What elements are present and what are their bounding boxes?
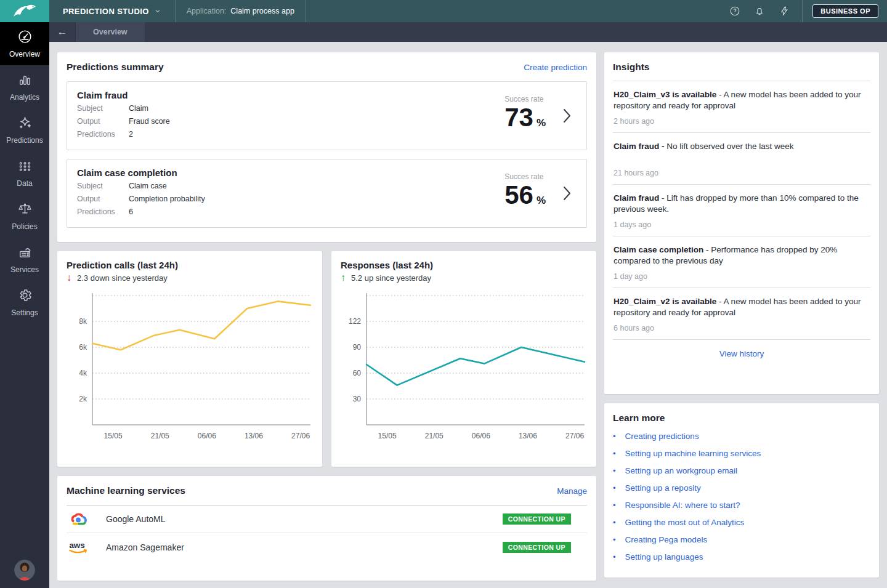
ml-service-row[interactable]: Google AutoMLCONNECTION UP [67, 505, 587, 533]
x-tick-label: 27/06 [291, 432, 310, 440]
sidebar-item-label: Overview [9, 50, 40, 58]
learn-more-link[interactable]: Getting the most out of Analytics [625, 518, 745, 527]
y-tick-label: 30 [353, 395, 362, 403]
sidebar-item-label: Analytics [10, 93, 39, 102]
back-button[interactable]: ← [49, 22, 75, 42]
sidebar-item-label: Settings [11, 308, 38, 317]
y-tick-label: 122 [349, 317, 361, 326]
tab-overview[interactable]: Overview [75, 22, 145, 42]
bullet-icon: • [613, 432, 616, 441]
bullet-icon: • [613, 466, 616, 475]
sidebar-item-data[interactable]: Data [0, 151, 49, 195]
x-tick-label: 06/06 [198, 432, 216, 440]
data-line [367, 347, 585, 385]
sidebar-item-policies[interactable]: Policies [0, 195, 49, 238]
insight-timestamp: 1 day ago [614, 272, 870, 281]
aws-logo: aws [68, 538, 92, 557]
detail-value: 6 [129, 206, 205, 219]
detail-label: Predictions [77, 206, 129, 219]
success-rate-label: Succes rate [504, 172, 546, 181]
ml-services-title: Machine learning services [67, 485, 185, 496]
insight-text: Claim fraud - No lift observed over the … [614, 141, 870, 164]
insight-title: Claim fraud - [614, 142, 665, 151]
y-tick-label: 8k [79, 317, 87, 326]
bullet-icon: • [613, 518, 616, 527]
insight-item: Claim fraud - No lift observed over the … [613, 133, 870, 185]
tab-bar: ← Overview [49, 22, 887, 42]
y-tick-label: 4k [79, 369, 87, 377]
learn-more-link[interactable]: Creating Pega models [625, 535, 708, 544]
chevron-right-icon[interactable] [562, 185, 572, 201]
learn-more-link[interactable]: Creating predictions [625, 432, 699, 441]
create-prediction-link[interactable]: Create prediction [524, 63, 587, 72]
help-icon[interactable] [729, 6, 740, 17]
bullet-icon: • [613, 501, 616, 510]
prediction-item[interactable]: Claim fraudSubjectClaimOutputFraud score… [67, 81, 587, 150]
chart-title: Prediction calls (last 24h) [67, 260, 313, 270]
lightning-icon[interactable] [779, 6, 790, 17]
y-tick-label: 60 [353, 369, 362, 377]
success-rate: Succes rate73% [504, 95, 546, 137]
svg-text:aws: aws [69, 540, 84, 549]
success-rate-value: 56 [504, 180, 533, 209]
chart-delta-text: 5.2 up since yesterday [351, 273, 431, 283]
insight-title: H20_Claim_v3 is available [614, 90, 716, 99]
sparkle-icon [17, 115, 33, 132]
learn-more-card: Learn more •Creating predictions•Setting… [604, 403, 879, 578]
sidebar-item-settings[interactable]: Settings [0, 281, 49, 324]
learn-more-link[interactable]: Responsible AI: where to start? [625, 501, 740, 510]
ml-service-name: Amazon Sagemaker [106, 542, 184, 552]
x-tick-label: 21/05 [425, 432, 444, 440]
learn-more-link[interactable]: Setting up machine learning services [625, 449, 761, 458]
learn-more-link[interactable]: Setting up languages [625, 552, 703, 562]
bell-icon[interactable] [754, 6, 765, 17]
x-tick-label: 06/06 [472, 432, 490, 440]
insight-item: H20_Claim_v2 is available - A new model … [613, 288, 870, 340]
prediction-calls-chart-card: Prediction calls (last 24h) ↓ 2.3 down s… [57, 251, 322, 467]
detail-label: Output [77, 193, 129, 206]
predictions-summary-title: Predictions summary [67, 62, 164, 73]
learn-more-item: •Setting up a reposity [613, 483, 870, 493]
insight-text: H20_Claim_v3 is available - A new model … [614, 89, 870, 112]
sidebar-item-overview[interactable]: Overview [0, 22, 49, 65]
success-rate-unit: % [537, 117, 546, 129]
sidebar-item-analytics[interactable]: Analytics [0, 65, 49, 108]
ml-services-card: Machine learning services Manage Google … [57, 476, 596, 581]
prediction-detail-rows: SubjectClaim caseOutputCompletion probab… [77, 180, 205, 219]
top-bar: PREDICTION STUDIO Application: Claim pro… [0, 0, 887, 22]
x-tick-label: 13/06 [245, 432, 263, 440]
learn-more-item: •Responsible AI: where to start? [613, 501, 870, 510]
manage-link[interactable]: Manage [557, 486, 587, 496]
prediction-item[interactable]: Claim case completionSubjectClaim caseOu… [67, 159, 587, 228]
learn-more-item: •Creating predictions [613, 432, 870, 441]
x-tick-label: 13/06 [519, 432, 537, 440]
data-line [92, 301, 310, 350]
learn-more-link[interactable]: Setting up an workgroup email [625, 466, 737, 475]
ml-service-row[interactable]: awsAmazon SagemakerCONNECTION UP [67, 533, 587, 561]
application-value: Claim process app [230, 7, 294, 15]
ml-service-name: Google AutoML [106, 514, 166, 524]
sidebar-item-label: Data [17, 179, 32, 188]
sidebar-item-predictions[interactable]: Predictions [0, 108, 49, 151]
learn-more-item: •Getting the most out of Analytics [613, 518, 870, 527]
view-history-link[interactable]: View history [719, 349, 764, 358]
insight-timestamp: 6 hours ago [614, 324, 870, 332]
learn-more-link[interactable]: Setting up a reposity [625, 483, 701, 493]
google-cloud-logo [68, 510, 92, 528]
gauge-icon [17, 29, 33, 46]
detail-value: Claim case [129, 180, 205, 193]
sidebar-item-label: Predictions [6, 136, 43, 145]
detail-value: 2 [129, 128, 170, 141]
x-tick-label: 15/05 [378, 432, 397, 440]
learn-more-item: •Setting up machine learning services [613, 449, 870, 458]
prediction-studio-menu[interactable]: PREDICTION STUDIO [49, 0, 175, 22]
user-avatar[interactable] [14, 560, 35, 581]
sidebar-item-services[interactable]: Services [0, 238, 49, 281]
scales-icon [17, 201, 33, 219]
operator-button[interactable]: BUSINESS OP [812, 4, 878, 18]
success-rate-label: Succes rate [504, 95, 546, 103]
chart-title: Responses (last 24h) [341, 260, 587, 270]
bullet-icon: • [613, 535, 616, 544]
chevron-right-icon[interactable] [562, 108, 572, 124]
sidebar: OverviewAnalyticsPredictionsDataPolicies… [0, 22, 49, 588]
